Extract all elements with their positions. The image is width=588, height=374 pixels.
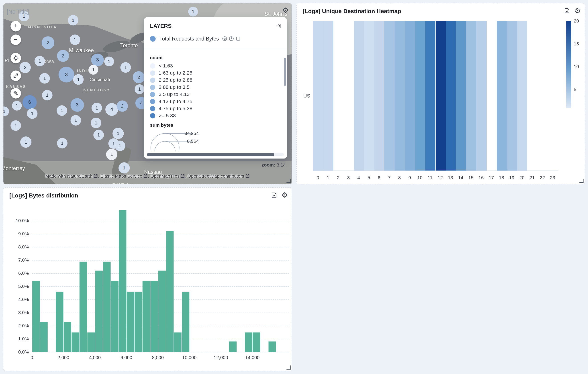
map-cluster[interactable]: 1 bbox=[34, 56, 45, 66]
set-location-button[interactable] bbox=[10, 53, 21, 63]
layer-row[interactable]: Total Requests and Bytes bbox=[150, 34, 281, 44]
map-cluster[interactable]: 3 bbox=[91, 54, 104, 66]
collapse-panel-icon[interactable] bbox=[275, 23, 282, 29]
map-cluster[interactable]: 1 bbox=[93, 130, 104, 140]
histogram-bar[interactable] bbox=[245, 332, 252, 352]
zoom-out-button[interactable]: − bbox=[10, 34, 21, 45]
map-cluster[interactable]: 1 bbox=[10, 120, 21, 131]
histogram-bar[interactable] bbox=[56, 292, 63, 352]
histogram-bar[interactable] bbox=[135, 292, 142, 352]
heatmap-cell[interactable] bbox=[466, 21, 476, 171]
histogram-bar[interactable] bbox=[87, 332, 95, 352]
histogram-bar[interactable] bbox=[126, 292, 134, 352]
map-cluster[interactable]: 2 bbox=[117, 100, 128, 112]
heatmap-cell[interactable] bbox=[344, 21, 354, 171]
map-cluster[interactable]: 1 bbox=[104, 57, 114, 66]
attribution-link[interactable]: OpenStreetMap contributors bbox=[188, 174, 244, 179]
legend-scroll-area[interactable]: count < 1.631.63 up to 2.252.25 up to 2.… bbox=[144, 49, 287, 152]
draw-tools-button[interactable]: ✎ bbox=[10, 88, 21, 99]
heatmap-cell[interactable] bbox=[456, 21, 466, 171]
heatmap-cell[interactable] bbox=[313, 21, 323, 171]
histogram-bar[interactable] bbox=[174, 332, 181, 352]
map-cluster[interactable]: 1 bbox=[88, 65, 98, 74]
histogram-bar[interactable] bbox=[95, 271, 103, 352]
map-cluster[interactable]: 2 bbox=[42, 36, 54, 49]
gear-icon[interactable]: ⚙ bbox=[282, 191, 288, 198]
heatmap-cell[interactable] bbox=[497, 21, 507, 171]
heatmap-cell[interactable] bbox=[415, 21, 425, 171]
histogram-bar[interactable] bbox=[158, 271, 166, 352]
map-cluster[interactable]: 1 bbox=[42, 90, 52, 100]
heatmap-cell[interactable] bbox=[364, 21, 374, 171]
map-cluster[interactable]: 1 bbox=[57, 105, 67, 116]
zoom-in-button[interactable]: + bbox=[10, 21, 21, 31]
attribution-link[interactable]: Elastic Maps Service bbox=[100, 174, 142, 179]
attribution-link[interactable]: OpenMapTiles bbox=[150, 174, 179, 179]
map-cluster[interactable]: 1 bbox=[71, 115, 81, 125]
heatmap-cell[interactable] bbox=[517, 21, 527, 171]
histogram-bar[interactable] bbox=[40, 322, 47, 352]
histogram-bar[interactable] bbox=[229, 342, 237, 352]
save-to-library-icon[interactable] bbox=[271, 192, 278, 198]
map-cluster[interactable]: 2 bbox=[133, 71, 145, 83]
map-cluster[interactable]: 1 bbox=[20, 136, 32, 148]
map-cluster[interactable]: 1 bbox=[57, 138, 67, 148]
heatmap-cell[interactable] bbox=[446, 21, 456, 171]
heatmap-cell[interactable] bbox=[385, 21, 395, 171]
map-cluster[interactable]: 1 bbox=[115, 140, 125, 151]
heatmap-cell[interactable] bbox=[507, 21, 517, 171]
map-cluster[interactable]: 1 bbox=[70, 34, 80, 45]
histogram-bar[interactable] bbox=[268, 342, 276, 352]
map-cluster[interactable]: 1 bbox=[135, 84, 144, 94]
histogram-bar[interactable] bbox=[119, 210, 126, 352]
panel-resize-handle[interactable] bbox=[286, 179, 291, 183]
gear-icon[interactable]: ⚙ bbox=[574, 7, 581, 14]
map-cluster[interactable]: 1 bbox=[12, 101, 22, 111]
heatmap-cell[interactable] bbox=[476, 21, 487, 171]
heatmap-cell[interactable] bbox=[354, 21, 364, 171]
map-cluster[interactable]: 1 bbox=[113, 128, 124, 139]
heatmap-cell[interactable] bbox=[395, 21, 405, 171]
histogram-bar[interactable] bbox=[166, 231, 174, 352]
map-cluster[interactable]: 1 bbox=[106, 149, 117, 160]
heatmap-cell[interactable] bbox=[548, 21, 558, 171]
histogram-bar[interactable] bbox=[182, 292, 189, 352]
gear-icon[interactable]: ⚙ bbox=[283, 7, 289, 14]
scrollbar-thumb[interactable] bbox=[147, 153, 274, 156]
attribution-link[interactable]: NaturalEarth bbox=[67, 174, 92, 179]
map-cluster[interactable]: 2 bbox=[20, 62, 31, 73]
heatmap-cell[interactable] bbox=[333, 21, 344, 171]
heatmap-cell[interactable] bbox=[436, 21, 446, 171]
horizontal-scrollbar[interactable] bbox=[147, 153, 284, 156]
heatmap-cell[interactable] bbox=[405, 21, 415, 171]
panel-resize-handle[interactable] bbox=[579, 179, 584, 183]
map-cluster[interactable]: 1 bbox=[39, 73, 50, 83]
heatmap-cell[interactable] bbox=[323, 21, 334, 171]
map-cluster[interactable]: 1 bbox=[120, 62, 131, 73]
map-cluster[interactable]: 4 bbox=[105, 103, 118, 116]
map-cluster[interactable]: 1 bbox=[91, 118, 101, 128]
panel-resize-handle[interactable] bbox=[286, 365, 291, 370]
map-cluster[interactable]: 3 bbox=[59, 67, 74, 83]
map-cluster[interactable]: 1 bbox=[92, 103, 102, 113]
map-cluster[interactable]: 1 bbox=[188, 7, 198, 16]
heatmap-cell[interactable] bbox=[487, 21, 497, 171]
map-cluster[interactable]: 6 bbox=[22, 95, 37, 110]
histogram-bar[interactable] bbox=[79, 261, 87, 352]
histogram-bar[interactable] bbox=[111, 281, 118, 352]
histogram-bar[interactable] bbox=[103, 261, 110, 352]
scrollbar-thumb[interactable] bbox=[284, 58, 286, 86]
map-cluster[interactable]: 1 bbox=[27, 108, 37, 119]
heatmap-cell[interactable] bbox=[527, 21, 538, 171]
fit-to-data-button[interactable] bbox=[10, 71, 21, 81]
checkbox-icon[interactable] bbox=[235, 36, 241, 42]
save-to-library-icon[interactable] bbox=[564, 8, 570, 14]
heatmap-cell[interactable] bbox=[425, 21, 436, 171]
map-cluster[interactable]: 1 bbox=[118, 162, 130, 174]
histogram-bar[interactable] bbox=[252, 332, 260, 352]
histogram-bar[interactable] bbox=[32, 281, 40, 352]
map-cluster[interactable]: 1 bbox=[68, 15, 78, 25]
vertical-scrollbar[interactable] bbox=[284, 51, 286, 149]
histogram-bar[interactable] bbox=[142, 281, 150, 352]
map-cluster[interactable]: 1 bbox=[73, 74, 84, 85]
